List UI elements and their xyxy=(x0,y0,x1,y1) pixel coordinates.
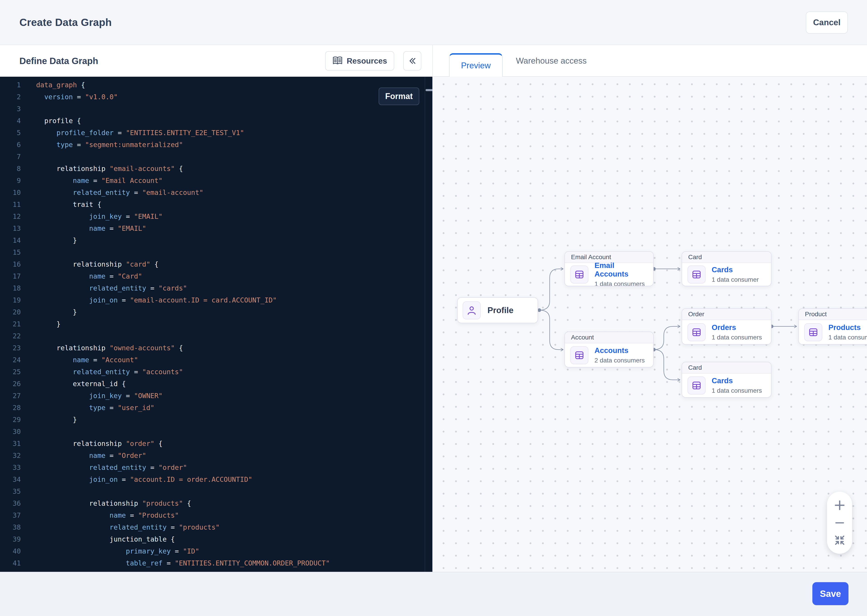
line-number: 12 xyxy=(0,211,21,222)
node-group-label: Card xyxy=(682,362,771,374)
collapse-pane-button[interactable] xyxy=(403,51,421,71)
graph-node-cards[interactable]: CardCards1 data consumers xyxy=(682,362,771,398)
code-line: 1data_graph { xyxy=(0,79,432,91)
preview-pane: Preview Warehouse access ProfileEmail Ac… xyxy=(433,45,867,572)
line-number: 7 xyxy=(0,151,21,163)
code-line: 10 related_entity = "email-account" xyxy=(0,187,432,198)
preview-tabbar: Preview Warehouse access xyxy=(433,45,867,77)
code-line: 37 name = "Products" xyxy=(0,509,432,521)
node-title-link[interactable]: Orders xyxy=(712,323,762,332)
code-line: 17 name = "Card" xyxy=(0,270,432,282)
line-number: 40 xyxy=(0,545,21,557)
graph-node-products[interactable]: ProductProducts1 data consumer xyxy=(798,308,867,345)
node-consumers: 1 data consumers xyxy=(712,334,762,341)
node-title-link[interactable]: Cards xyxy=(712,266,759,274)
plus-icon xyxy=(833,499,846,512)
code-line: 31 relationship "order" { xyxy=(0,438,432,449)
graph-node-email-accounts[interactable]: Email AccountEmail Accounts1 data consum… xyxy=(564,251,654,286)
code-line: 13 name = "EMAIL" xyxy=(0,222,432,234)
node-group-label: Account xyxy=(565,332,653,343)
code-line: 28 type = "user_id" xyxy=(0,402,432,414)
graph-node-profile[interactable]: Profile xyxy=(457,297,538,323)
code-line: 25 related_entity = "accounts" xyxy=(0,366,432,378)
code-line: 4 profile { xyxy=(0,115,432,127)
line-number: 14 xyxy=(0,234,21,246)
code-line: 36 relationship "products" { xyxy=(0,497,432,509)
define-pane: Define Data Graph Resources 1data_graph … xyxy=(0,45,433,572)
node-group-label: Order xyxy=(682,309,771,320)
line-number: 17 xyxy=(0,270,21,282)
line-number: 3 xyxy=(0,103,21,115)
node-consumers: 2 data consumers xyxy=(594,357,645,364)
code-line: 35 xyxy=(0,486,432,497)
code-line: 16 relationship "card" { xyxy=(0,258,432,270)
code-line: 27 join_key = "OWNER" xyxy=(0,390,432,402)
save-button[interactable]: Save xyxy=(812,582,848,605)
line-number: 27 xyxy=(0,390,21,402)
line-number: 11 xyxy=(0,198,21,211)
line-number: 20 xyxy=(0,306,21,318)
book-icon xyxy=(333,56,343,66)
code-line: 34 join_on = "account.ID = order.ACCOUNT… xyxy=(0,473,432,486)
code-line: 19 join_on = "email-account.ID = card.AC… xyxy=(0,294,432,306)
line-number: 6 xyxy=(0,139,21,151)
node-consumers: 1 data consumer xyxy=(828,334,867,341)
line-number: 41 xyxy=(0,557,21,569)
code-line: 41 table_ref = "ENTITIES.ENTITY_COMMON.O… xyxy=(0,557,432,569)
define-subtitle: Define Data Graph xyxy=(19,56,98,66)
zoom-out-button[interactable] xyxy=(833,516,847,530)
line-number: 8 xyxy=(0,163,21,174)
pane-resize-handle[interactable] xyxy=(426,89,432,91)
line-number: 16 xyxy=(0,258,21,270)
line-number: 32 xyxy=(0,449,21,462)
node-title-link[interactable]: Accounts xyxy=(594,346,645,355)
zoom-in-button[interactable] xyxy=(833,498,847,512)
node-title-link[interactable]: Email Accounts xyxy=(594,261,648,278)
line-number: 22 xyxy=(0,330,21,342)
line-number: 37 xyxy=(0,509,21,521)
code-line: 9 name = "Email Account" xyxy=(0,174,432,187)
format-button[interactable]: Format xyxy=(378,88,419,105)
tab-preview[interactable]: Preview xyxy=(449,53,503,77)
line-number: 30 xyxy=(0,426,21,438)
line-number: 13 xyxy=(0,222,21,234)
define-toolbar: Define Data Graph Resources xyxy=(0,45,432,77)
code-line: 33 related_entity = "order" xyxy=(0,462,432,473)
graph-node-accounts[interactable]: AccountAccounts2 data consumers xyxy=(564,332,654,368)
code-line: 18 related_entity = "cards" xyxy=(0,282,432,294)
code-line: 14 } xyxy=(0,234,432,246)
graph-node-orders[interactable]: OrderOrders1 data consumers xyxy=(682,308,771,345)
line-number: 5 xyxy=(0,127,21,139)
code-line: 39 junction_table { xyxy=(0,533,432,545)
cancel-button[interactable]: Cancel xyxy=(806,11,848,34)
node-consumers: 1 data consumers xyxy=(594,280,648,286)
code-line: 32 name = "Order" xyxy=(0,449,432,462)
node-title-link[interactable]: Products xyxy=(828,323,867,332)
person-icon xyxy=(463,301,481,319)
line-number: 23 xyxy=(0,342,21,354)
code-line: 38 related_entity = "products" xyxy=(0,521,432,533)
line-number: 10 xyxy=(0,187,21,198)
code-line: 22 xyxy=(0,330,432,342)
table-icon xyxy=(687,323,706,341)
line-number: 18 xyxy=(0,282,21,294)
graph-node-cards[interactable]: CardCards1 data consumer xyxy=(682,251,771,286)
line-number: 34 xyxy=(0,473,21,486)
graph-canvas[interactable]: ProfileEmail AccountEmail Accounts1 data… xyxy=(433,77,867,572)
fit-view-button[interactable] xyxy=(833,533,847,547)
node-title-link[interactable]: Cards xyxy=(712,376,762,385)
line-number: 29 xyxy=(0,414,21,426)
code-line: 11 trait { xyxy=(0,198,432,211)
resources-button[interactable]: Resources xyxy=(325,51,394,71)
code-line: 6 type = "segment:unmaterialized" xyxy=(0,139,432,151)
line-number: 26 xyxy=(0,378,21,390)
code-line: 7 xyxy=(0,151,432,163)
code-line: 20 } xyxy=(0,306,432,318)
code-line: 5 profile_folder = "ENTITIES.ENTITY_E2E_… xyxy=(0,127,432,139)
node-consumers: 1 data consumers xyxy=(712,387,762,394)
line-number: 21 xyxy=(0,318,21,330)
code-editor[interactable]: 1data_graph {2 version = "v1.0.0"34 prof… xyxy=(0,77,432,572)
line-number: 33 xyxy=(0,462,21,473)
tab-warehouse-access[interactable]: Warehouse access xyxy=(516,45,586,77)
node-group-label: Card xyxy=(682,252,771,263)
